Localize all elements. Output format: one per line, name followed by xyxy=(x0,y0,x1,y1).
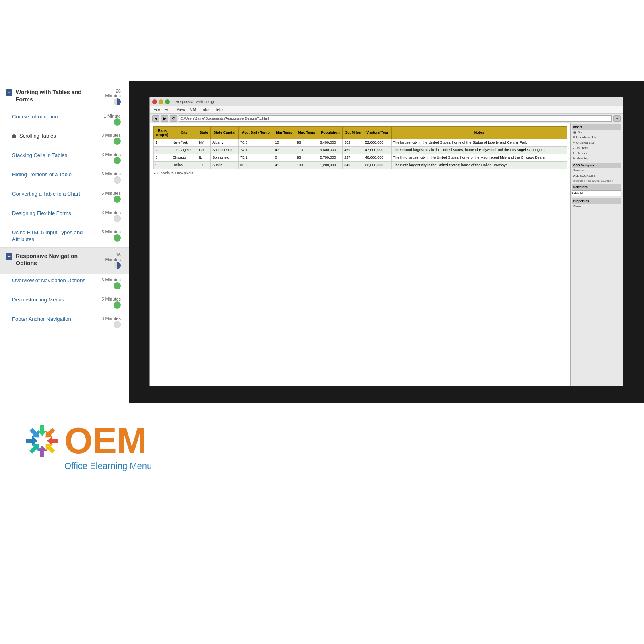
header-label: Header xyxy=(577,151,587,155)
lesson-course-intro[interactable]: Course Introduction 1 Minute xyxy=(0,110,129,130)
panel-heading-item[interactable]: H Heading xyxy=(572,156,621,161)
lesson-html5-title: Using HTML5 Input Types and Attributes xyxy=(12,229,97,243)
go-button[interactable]: → xyxy=(613,115,621,122)
lesson-converting-progress xyxy=(114,196,121,203)
table-row: 2 Los Angeles CA Sacramento 74.1 47 110 … xyxy=(154,147,567,154)
lesson-nav-overview-meta: 3 Minutes xyxy=(101,277,121,290)
selector-input[interactable] xyxy=(572,190,621,196)
td-min-3: 0 xyxy=(273,154,295,161)
forward-button[interactable]: ▶ xyxy=(161,115,168,122)
lesson-nav-overview-progress xyxy=(114,282,121,289)
panel-show-item[interactable]: Show xyxy=(572,204,621,209)
section-1-header[interactable]: − Working with Tables and Forms 26 Minut… xyxy=(0,85,129,110)
lesson-stacking-meta: 3 Minutes xyxy=(101,152,121,165)
panel-css-section: CSS Designer Sources ALL SOURCES @Media … xyxy=(572,163,621,183)
lesson-stacking-cells[interactable]: Stacking Cells in Tables 3 Minutes xyxy=(0,149,129,168)
td-max-3: 98 xyxy=(295,154,318,161)
section-1-collapse-icon[interactable]: − xyxy=(6,89,12,96)
panel-header-item[interactable]: H Header xyxy=(572,151,621,156)
ul-label: Unordered List xyxy=(576,136,597,139)
lesson-html5-meta: 5 Minutes xyxy=(101,229,121,242)
panel-li-item[interactable]: • List Item xyxy=(572,145,621,151)
td-notes-1: The largest city in the United States; h… xyxy=(391,139,567,147)
browser-window: Responsive Web Design File Edit View VM … xyxy=(149,97,623,386)
td-avg-2: 74.1 xyxy=(238,147,273,154)
td-vis-3: 46,000,000 xyxy=(363,154,391,161)
logo-container: OEM Office Elearning Menu xyxy=(24,423,152,471)
lesson-footer-nav[interactable]: Footer Anchor Navigation 3 Minutes xyxy=(0,313,129,332)
td-capital-4: Austin xyxy=(211,161,239,169)
browser-menubar: File Edit View VM Tabs Help xyxy=(150,106,623,114)
lesson-html5-inputs[interactable]: Using HTML5 Input Types and Attributes 5… xyxy=(0,226,129,246)
menu-help[interactable]: Help xyxy=(214,107,223,112)
td-city-2: Los Angeles xyxy=(171,147,197,154)
lesson-deconstructing-title: Deconstructing Menus xyxy=(12,297,97,303)
lesson-converting-table[interactable]: Converting a Table to a Chart 5 Minutes xyxy=(0,188,129,207)
lesson-html5-progress xyxy=(114,234,121,242)
table-row: 3 Chicago IL Springfield 75.1 0 98 2,700… xyxy=(154,154,567,161)
table-row: 9 Dallas TX Austin 85.9 41 103 1,200,000… xyxy=(154,161,567,169)
td-avg-4: 85.9 xyxy=(238,161,273,169)
cities-table: Rank(Pop'n) City State State Capital Avg… xyxy=(153,126,567,169)
section-1-meta: 26 Minutes xyxy=(99,89,121,106)
section-2-header[interactable]: − Responsive Navigation Options 16 Minut… xyxy=(0,248,129,274)
main-wrapper: − Working with Tables and Forms 26 Minut… xyxy=(0,80,644,402)
lesson-scrolling-tables[interactable]: Scrolling Tables 3 Minutes xyxy=(0,130,129,149)
panel-ol-item[interactable]: ≡ Ordered List xyxy=(572,140,621,145)
menu-edit[interactable]: Edit xyxy=(165,107,171,112)
svg-marker-1 xyxy=(37,425,47,436)
browser-title: Responsive Web Design xyxy=(175,100,215,104)
lesson-deconstructing-menus[interactable]: Deconstructing Menus 5 Minutes xyxy=(0,293,129,313)
section-2-collapse-icon[interactable]: − xyxy=(6,253,12,260)
td-notes-4: The ninth largest city in the United Sta… xyxy=(391,161,567,169)
panel-insert-section: Insert ▣ Div ≡ Unordered List ≡ Ordered … xyxy=(572,124,621,161)
menu-file[interactable]: File xyxy=(153,107,160,112)
td-notes-3: The third largest city in the United Sta… xyxy=(391,154,567,161)
back-button[interactable]: ◀ xyxy=(152,115,159,122)
screen-area: Responsive Web Design File Edit View VM … xyxy=(129,80,644,402)
td-capital-3: Springfield xyxy=(211,154,239,161)
maximize-btn[interactable] xyxy=(165,99,170,104)
address-bar[interactable] xyxy=(179,115,612,122)
panel-ul-item[interactable]: ≡ Unordered List xyxy=(572,135,621,140)
ol-icon: ≡ xyxy=(573,141,575,144)
show-label: Show xyxy=(573,204,581,208)
lesson-flexible-forms[interactable]: Designing Flexible Forms 3 Minutes xyxy=(0,207,129,226)
div-label: Div xyxy=(578,130,582,134)
menu-tabs[interactable]: Tabs xyxy=(201,107,209,112)
td-state-3: IL xyxy=(197,154,211,161)
lesson-hiding-progress xyxy=(114,176,121,184)
top-spacer xyxy=(0,0,644,80)
li-icon: • xyxy=(573,146,574,150)
td-sq-2: 469 xyxy=(343,147,363,154)
panel-all-sources[interactable]: ALL SOURCES xyxy=(572,173,621,178)
section-2-progress xyxy=(114,262,121,269)
section-divider xyxy=(0,247,129,248)
browser-toolbar: ◀ ▶ ↺ → xyxy=(150,114,623,123)
close-btn[interactable] xyxy=(152,99,157,104)
menu-view[interactable]: View xyxy=(177,107,186,112)
lesson-hiding-portions[interactable]: Hiding Portions of a Table 3 Minutes xyxy=(0,168,129,188)
td-state-1: NY xyxy=(197,139,211,147)
refresh-button[interactable]: ↺ xyxy=(170,115,177,122)
lesson-stacking-duration: 3 Minutes xyxy=(101,152,121,157)
td-state-4: TX xyxy=(197,161,211,169)
svg-marker-3 xyxy=(47,436,58,446)
td-city-4: Dallas xyxy=(171,161,197,169)
panel-selectors-section: Selectors xyxy=(572,184,621,197)
media-query-info: @Media { max-width : 10.05px } xyxy=(572,178,621,183)
td-rank-1: 1 xyxy=(154,139,171,147)
logo-area: OEM Office Elearning Menu xyxy=(0,402,644,491)
lesson-scrolling-progress xyxy=(114,138,121,145)
svg-marker-5 xyxy=(37,446,47,457)
minimize-btn[interactable] xyxy=(159,99,163,104)
lesson-deconstructing-duration: 5 Minutes xyxy=(101,297,121,301)
td-vis-4: 22,000,000 xyxy=(363,161,391,169)
lesson-nav-overview[interactable]: Overview of Navigation Options 3 Minutes xyxy=(0,274,129,293)
lesson-flexible-duration: 3 Minutes xyxy=(101,210,121,215)
td-max-4: 103 xyxy=(295,161,318,169)
td-pop-3: 2,700,000 xyxy=(318,154,343,161)
lesson-footer-nav-meta: 3 Minutes xyxy=(101,316,121,329)
menu-vm[interactable]: VM xyxy=(190,107,196,112)
panel-div-item[interactable]: ▣ Div xyxy=(572,130,621,135)
